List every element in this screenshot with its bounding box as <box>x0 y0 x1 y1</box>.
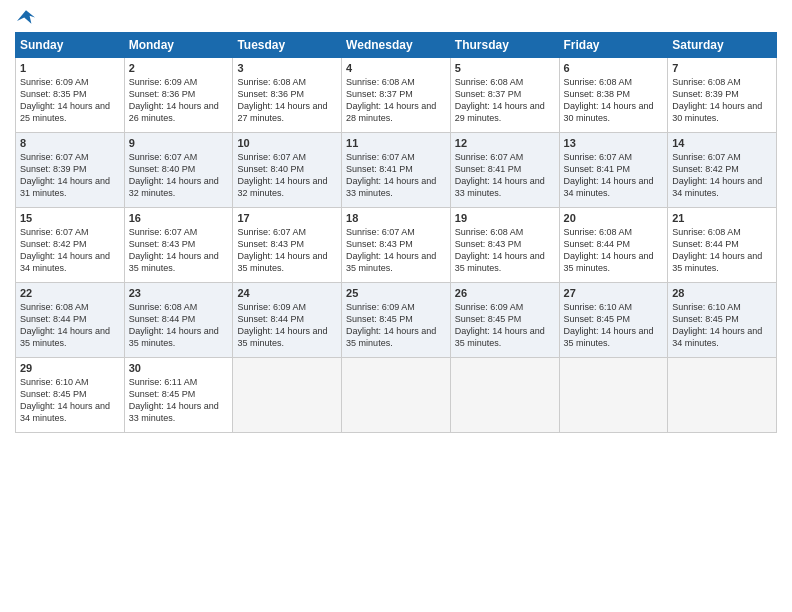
calendar-day-cell: 2Sunrise: 6:09 AMSunset: 8:36 PMDaylight… <box>124 58 233 133</box>
day-number: 8 <box>20 137 120 149</box>
calendar-day-cell: 25Sunrise: 6:09 AMSunset: 8:45 PMDayligh… <box>342 283 451 358</box>
day-number: 28 <box>672 287 772 299</box>
calendar-day-cell: 12Sunrise: 6:07 AMSunset: 8:41 PMDayligh… <box>450 133 559 208</box>
day-info: Sunrise: 6:07 AMSunset: 8:42 PMDaylight:… <box>672 151 772 200</box>
weekday-header-sunday: Sunday <box>16 33 125 58</box>
page: SundayMondayTuesdayWednesdayThursdayFrid… <box>0 0 792 612</box>
day-info: Sunrise: 6:08 AMSunset: 8:44 PMDaylight:… <box>20 301 120 350</box>
weekday-header-thursday: Thursday <box>450 33 559 58</box>
day-info: Sunrise: 6:08 AMSunset: 8:44 PMDaylight:… <box>564 226 664 275</box>
calendar-week-row: 15Sunrise: 6:07 AMSunset: 8:42 PMDayligh… <box>16 208 777 283</box>
calendar-day-cell: 11Sunrise: 6:07 AMSunset: 8:41 PMDayligh… <box>342 133 451 208</box>
day-number: 5 <box>455 62 555 74</box>
day-info: Sunrise: 6:07 AMSunset: 8:41 PMDaylight:… <box>564 151 664 200</box>
day-number: 3 <box>237 62 337 74</box>
calendar-day-cell: 5Sunrise: 6:08 AMSunset: 8:37 PMDaylight… <box>450 58 559 133</box>
calendar-day-cell: 20Sunrise: 6:08 AMSunset: 8:44 PMDayligh… <box>559 208 668 283</box>
weekday-header-tuesday: Tuesday <box>233 33 342 58</box>
day-number: 30 <box>129 362 229 374</box>
day-info: Sunrise: 6:07 AMSunset: 8:39 PMDaylight:… <box>20 151 120 200</box>
logo-bird-icon <box>17 10 35 24</box>
day-number: 29 <box>20 362 120 374</box>
day-info: Sunrise: 6:08 AMSunset: 8:36 PMDaylight:… <box>237 76 337 125</box>
day-number: 4 <box>346 62 446 74</box>
calendar-day-cell: 18Sunrise: 6:07 AMSunset: 8:43 PMDayligh… <box>342 208 451 283</box>
calendar-day-cell: 6Sunrise: 6:08 AMSunset: 8:38 PMDaylight… <box>559 58 668 133</box>
day-number: 7 <box>672 62 772 74</box>
calendar-day-cell <box>559 358 668 433</box>
calendar-week-row: 8Sunrise: 6:07 AMSunset: 8:39 PMDaylight… <box>16 133 777 208</box>
calendar-day-cell <box>342 358 451 433</box>
day-info: Sunrise: 6:09 AMSunset: 8:44 PMDaylight:… <box>237 301 337 350</box>
calendar-day-cell: 26Sunrise: 6:09 AMSunset: 8:45 PMDayligh… <box>450 283 559 358</box>
day-number: 15 <box>20 212 120 224</box>
calendar-day-cell: 23Sunrise: 6:08 AMSunset: 8:44 PMDayligh… <box>124 283 233 358</box>
calendar-day-cell: 8Sunrise: 6:07 AMSunset: 8:39 PMDaylight… <box>16 133 125 208</box>
day-info: Sunrise: 6:10 AMSunset: 8:45 PMDaylight:… <box>20 376 120 425</box>
weekday-header-monday: Monday <box>124 33 233 58</box>
calendar-header-row: SundayMondayTuesdayWednesdayThursdayFrid… <box>16 33 777 58</box>
day-number: 10 <box>237 137 337 149</box>
day-number: 1 <box>20 62 120 74</box>
calendar-day-cell: 9Sunrise: 6:07 AMSunset: 8:40 PMDaylight… <box>124 133 233 208</box>
calendar-week-row: 22Sunrise: 6:08 AMSunset: 8:44 PMDayligh… <box>16 283 777 358</box>
day-info: Sunrise: 6:10 AMSunset: 8:45 PMDaylight:… <box>672 301 772 350</box>
day-info: Sunrise: 6:09 AMSunset: 8:36 PMDaylight:… <box>129 76 229 125</box>
day-info: Sunrise: 6:08 AMSunset: 8:37 PMDaylight:… <box>346 76 446 125</box>
day-number: 2 <box>129 62 229 74</box>
day-info: Sunrise: 6:08 AMSunset: 8:37 PMDaylight:… <box>455 76 555 125</box>
calendar-day-cell: 10Sunrise: 6:07 AMSunset: 8:40 PMDayligh… <box>233 133 342 208</box>
day-number: 25 <box>346 287 446 299</box>
day-number: 16 <box>129 212 229 224</box>
calendar-day-cell: 7Sunrise: 6:08 AMSunset: 8:39 PMDaylight… <box>668 58 777 133</box>
calendar-day-cell: 15Sunrise: 6:07 AMSunset: 8:42 PMDayligh… <box>16 208 125 283</box>
weekday-header-saturday: Saturday <box>668 33 777 58</box>
calendar-day-cell: 1Sunrise: 6:09 AMSunset: 8:35 PMDaylight… <box>16 58 125 133</box>
calendar-day-cell <box>233 358 342 433</box>
header <box>15 10 777 24</box>
day-number: 27 <box>564 287 664 299</box>
day-number: 9 <box>129 137 229 149</box>
day-info: Sunrise: 6:07 AMSunset: 8:43 PMDaylight:… <box>346 226 446 275</box>
calendar-day-cell: 28Sunrise: 6:10 AMSunset: 8:45 PMDayligh… <box>668 283 777 358</box>
day-info: Sunrise: 6:08 AMSunset: 8:39 PMDaylight:… <box>672 76 772 125</box>
day-number: 23 <box>129 287 229 299</box>
day-info: Sunrise: 6:08 AMSunset: 8:38 PMDaylight:… <box>564 76 664 125</box>
day-info: Sunrise: 6:07 AMSunset: 8:43 PMDaylight:… <box>237 226 337 275</box>
day-number: 22 <box>20 287 120 299</box>
calendar-day-cell: 3Sunrise: 6:08 AMSunset: 8:36 PMDaylight… <box>233 58 342 133</box>
day-number: 26 <box>455 287 555 299</box>
day-info: Sunrise: 6:07 AMSunset: 8:43 PMDaylight:… <box>129 226 229 275</box>
calendar-week-row: 29Sunrise: 6:10 AMSunset: 8:45 PMDayligh… <box>16 358 777 433</box>
day-number: 6 <box>564 62 664 74</box>
day-number: 20 <box>564 212 664 224</box>
day-number: 19 <box>455 212 555 224</box>
day-info: Sunrise: 6:07 AMSunset: 8:40 PMDaylight:… <box>129 151 229 200</box>
day-number: 11 <box>346 137 446 149</box>
day-number: 18 <box>346 212 446 224</box>
day-number: 24 <box>237 287 337 299</box>
calendar-day-cell: 19Sunrise: 6:08 AMSunset: 8:43 PMDayligh… <box>450 208 559 283</box>
calendar-day-cell: 4Sunrise: 6:08 AMSunset: 8:37 PMDaylight… <box>342 58 451 133</box>
calendar-day-cell: 13Sunrise: 6:07 AMSunset: 8:41 PMDayligh… <box>559 133 668 208</box>
calendar-day-cell: 16Sunrise: 6:07 AMSunset: 8:43 PMDayligh… <box>124 208 233 283</box>
day-info: Sunrise: 6:08 AMSunset: 8:44 PMDaylight:… <box>129 301 229 350</box>
day-number: 14 <box>672 137 772 149</box>
day-info: Sunrise: 6:09 AMSunset: 8:35 PMDaylight:… <box>20 76 120 125</box>
calendar-day-cell: 30Sunrise: 6:11 AMSunset: 8:45 PMDayligh… <box>124 358 233 433</box>
calendar-week-row: 1Sunrise: 6:09 AMSunset: 8:35 PMDaylight… <box>16 58 777 133</box>
calendar-day-cell: 22Sunrise: 6:08 AMSunset: 8:44 PMDayligh… <box>16 283 125 358</box>
day-info: Sunrise: 6:09 AMSunset: 8:45 PMDaylight:… <box>455 301 555 350</box>
day-number: 12 <box>455 137 555 149</box>
calendar-day-cell: 29Sunrise: 6:10 AMSunset: 8:45 PMDayligh… <box>16 358 125 433</box>
weekday-header-wednesday: Wednesday <box>342 33 451 58</box>
svg-marker-0 <box>17 10 35 24</box>
day-info: Sunrise: 6:07 AMSunset: 8:41 PMDaylight:… <box>455 151 555 200</box>
calendar-table: SundayMondayTuesdayWednesdayThursdayFrid… <box>15 32 777 433</box>
day-number: 13 <box>564 137 664 149</box>
day-info: Sunrise: 6:11 AMSunset: 8:45 PMDaylight:… <box>129 376 229 425</box>
day-info: Sunrise: 6:08 AMSunset: 8:43 PMDaylight:… <box>455 226 555 275</box>
day-info: Sunrise: 6:09 AMSunset: 8:45 PMDaylight:… <box>346 301 446 350</box>
day-info: Sunrise: 6:07 AMSunset: 8:40 PMDaylight:… <box>237 151 337 200</box>
logo <box>15 10 35 24</box>
